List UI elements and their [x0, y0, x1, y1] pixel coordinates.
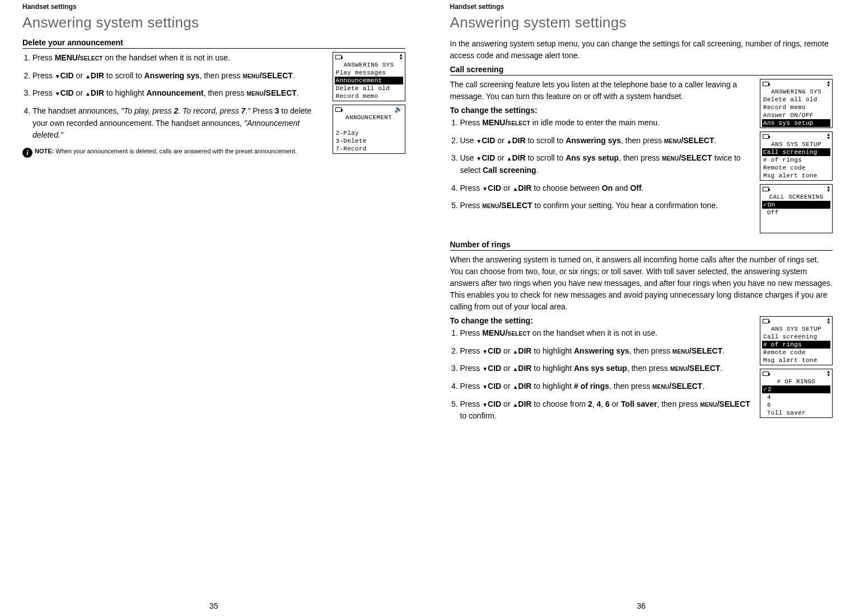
lcd-screen-announcement-list: ▲▼ ANSWERING SYS Play messages Announcem… [333, 52, 405, 101]
speaker-icon: 🔊 [394, 106, 403, 114]
battery-icon [763, 372, 769, 376]
lcd-row: 2-Play [335, 129, 403, 137]
lcd-title: ANSWERING SYS [763, 88, 830, 96]
page-title: Answering system settings [450, 14, 833, 31]
battery-icon [763, 187, 769, 191]
lcd-row: 6 [763, 401, 830, 409]
scroll-arrows-icon: ▲▼ [827, 186, 830, 192]
battery-icon [335, 55, 342, 59]
battery-icon [763, 319, 769, 323]
lcd-row-selected: Call screening [762, 148, 830, 156]
page-left: Handset settings Answering system settin… [0, 0, 428, 616]
lcd-title: ANSWERING SYS [335, 61, 403, 69]
lcd-row: Off [763, 209, 830, 217]
lcd-row: 3-Delete [335, 137, 403, 145]
lcd-row-selected: Ans sys setup [762, 119, 830, 127]
lcd-row: # of rings [763, 156, 830, 164]
lcd-row: Play messages [335, 69, 403, 77]
section-heading-delete: Delete your announcement [22, 38, 405, 49]
lcd-row: 4 [763, 393, 830, 401]
lcd-screen-call-screening: ▲▼ CALL SCREENING On Off [760, 184, 833, 233]
page-title: Answering system settings [22, 14, 405, 31]
battery-icon [763, 134, 769, 139]
page-number: 35 [209, 601, 218, 610]
scroll-arrows-icon: ▲▼ [827, 370, 830, 377]
lcd-row: Record memo [335, 92, 403, 100]
lcd-row: Delete all old [763, 96, 830, 104]
scroll-arrows-icon: ▲▼ [827, 133, 830, 140]
lcd-screen-ans-sys-setup: ▲▼ ANS SYS SETUP Call screening # of rin… [760, 131, 833, 181]
lcd-row-selected: # of rings [762, 341, 830, 349]
rings-desc: When the answering system is turned on, … [450, 254, 833, 313]
info-icon: i [22, 148, 32, 158]
lcd-title: ANNOUNCEMENT [335, 114, 403, 121]
lcd-title: CALL SCREENING [763, 193, 830, 201]
breadcrumb: Handset settings [22, 3, 405, 11]
lcd-title: ANS SYS SETUP [763, 140, 830, 148]
lcd-row: Answer ON/OFF [763, 111, 830, 119]
note-text: NOTE: When your announcement is deleted,… [35, 147, 297, 156]
battery-icon [335, 107, 342, 112]
lcd-row: Record memo [763, 104, 830, 111]
battery-icon [763, 82, 769, 86]
lcd-row: Delete all old [335, 84, 403, 92]
page-right: Handset settings Answering system settin… [428, 0, 856, 616]
page-number: 36 [637, 601, 646, 610]
section-heading-call-screening: Call screening [450, 65, 833, 76]
breadcrumb: Handset settings [450, 3, 833, 11]
lcd-title: ANS SYS SETUP [763, 325, 830, 333]
section-heading-rings: Number of rings [450, 240, 833, 251]
lcd-screen-num-rings: ▲▼ # OF RINGS 2 4 6 Toll saver [760, 369, 833, 418]
scroll-arrows-icon: ▲▼ [827, 81, 830, 87]
lcd-row: Msg alert tone [763, 356, 830, 364]
lcd-row: Remote code [763, 164, 830, 172]
lcd-screen-answering-sys: ▲▼ ANSWERING SYS Delete all old Record m… [760, 79, 833, 128]
scroll-arrows-icon: ▲▼ [827, 318, 830, 325]
lcd-row: Call screening [763, 333, 830, 341]
lcd-row: Msg alert tone [763, 172, 830, 180]
lcd-title: # OF RINGS [763, 378, 830, 385]
scroll-arrows-icon: ▲▼ [400, 54, 403, 60]
lcd-screen-announcement-options: 🔊 ANNOUNCEMENT 2-Play 3-Delete 7-Record [333, 105, 405, 154]
lcd-row-selected: 2 [762, 385, 830, 393]
lcd-row-selected: Announcement [335, 77, 403, 84]
lcd-row-selected: On [762, 201, 830, 209]
lcd-screen-ans-sys-setup-rings: ▲▼ ANS SYS SETUP Call screening # of rin… [760, 316, 833, 365]
lcd-row: 7-Record [335, 145, 403, 153]
lcd-row [335, 121, 403, 129]
lcd-row: Remote code [763, 349, 830, 356]
intro-paragraph: In the answering system setup menu, you … [450, 38, 833, 62]
lcd-row: Toll saver [763, 409, 830, 417]
